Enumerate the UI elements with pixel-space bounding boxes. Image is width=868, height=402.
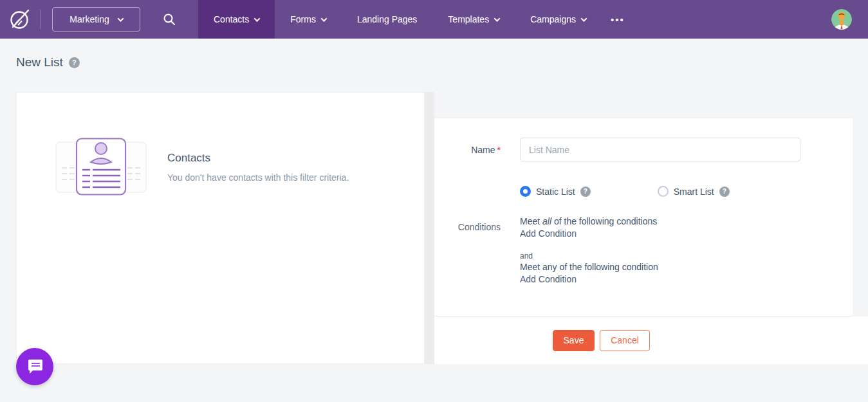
chevron-down-icon xyxy=(320,15,327,22)
empty-state-title: Contacts xyxy=(167,152,349,165)
empty-state-message: You don't have contacts with this filter… xyxy=(167,172,349,183)
empty-state: Contacts You don't have contacts with th… xyxy=(55,138,424,196)
scrollbar-track[interactable] xyxy=(425,92,434,364)
form-footer: Save Cancel xyxy=(434,316,868,364)
all-conditions-emphasis: all xyxy=(542,216,551,226)
all-conditions-prefix: Meet xyxy=(520,216,542,226)
search-icon xyxy=(163,13,176,26)
help-icon[interactable]: ? xyxy=(69,57,80,68)
more-menu-button[interactable]: ••• xyxy=(602,0,634,39)
chat-bubble-icon xyxy=(25,357,44,376)
smart-list-label: Smart List xyxy=(674,187,714,197)
chevron-down-icon xyxy=(494,15,501,22)
ellipsis-icon: ••• xyxy=(611,14,625,25)
required-asterisk: * xyxy=(497,145,501,155)
navbar-divider xyxy=(40,10,41,29)
main-nav: Contacts Forms Landing Pages Templates C… xyxy=(198,0,634,39)
contact-card-icon xyxy=(55,138,147,196)
new-list-form-panel: Name* Static List ? Smart List ? Conditi… xyxy=(434,118,853,316)
nav-label: Landing Pages xyxy=(357,14,417,24)
static-list-help-icon[interactable]: ? xyxy=(580,187,591,197)
user-avatar[interactable] xyxy=(831,9,852,30)
contacts-preview-panel: Contacts You don't have contacts with th… xyxy=(16,92,425,364)
cancel-button[interactable]: Cancel xyxy=(600,330,650,351)
add-condition-link-all[interactable]: Add Condition xyxy=(520,228,658,239)
name-label-text: Name xyxy=(471,145,495,155)
list-type-row: Static List ? Smart List ? xyxy=(434,186,853,197)
conditions-row: Conditions Meet all of the following con… xyxy=(434,215,853,285)
empty-state-text: Contacts You don't have contacts with th… xyxy=(167,152,349,183)
search-button[interactable] xyxy=(140,13,198,26)
product-switcher-button[interactable]: Marketing xyxy=(52,7,140,32)
chat-widget-button[interactable] xyxy=(16,348,53,385)
chevron-down-icon xyxy=(117,15,124,22)
nav-item-landing-pages[interactable]: Landing Pages xyxy=(342,0,432,39)
list-type-label-spacer xyxy=(434,186,501,197)
smart-list-help-icon[interactable]: ? xyxy=(719,187,730,197)
avatar-person-icon xyxy=(831,9,852,30)
conditions-label: Conditions xyxy=(434,222,501,285)
static-list-radio[interactable] xyxy=(520,186,531,197)
nav-label: Contacts xyxy=(214,14,249,24)
page-header: New List ? xyxy=(16,55,80,69)
static-list-option[interactable]: Static List ? xyxy=(520,186,591,197)
page-title: New List xyxy=(16,55,63,69)
top-navbar: Marketing Contacts Forms Landing Pages T… xyxy=(0,0,868,39)
all-conditions-text: Meet all of the following conditions xyxy=(520,215,658,227)
nav-item-templates[interactable]: Templates xyxy=(432,0,515,39)
nav-item-contacts[interactable]: Contacts xyxy=(198,0,275,39)
conditions-body: Meet all of the following conditions Add… xyxy=(520,215,658,285)
and-connector: and xyxy=(520,251,658,261)
static-list-label: Static List xyxy=(536,187,575,197)
nav-label: Templates xyxy=(448,14,489,24)
chevron-down-icon xyxy=(581,15,587,22)
add-condition-link-any[interactable]: Add Condition xyxy=(520,273,658,285)
chevron-down-icon xyxy=(254,15,261,22)
nav-item-campaigns[interactable]: Campaigns xyxy=(515,0,602,39)
app-logo[interactable] xyxy=(0,6,40,32)
name-field-row: Name* xyxy=(434,138,853,161)
nav-label: Forms xyxy=(290,14,316,24)
name-label: Name* xyxy=(434,145,501,155)
engagebay-logo-icon xyxy=(7,6,33,32)
nav-label: Campaigns xyxy=(530,14,576,24)
list-name-input[interactable] xyxy=(520,138,800,161)
any-conditions-text: Meet any of the following condition xyxy=(520,261,658,273)
nav-item-forms[interactable]: Forms xyxy=(275,0,342,39)
all-conditions-suffix: of the following conditions xyxy=(551,216,657,226)
smart-list-option[interactable]: Smart List ? xyxy=(658,186,730,197)
smart-list-radio[interactable] xyxy=(658,186,669,197)
save-button[interactable]: Save xyxy=(553,330,595,351)
product-switcher-label: Marketing xyxy=(69,14,109,24)
